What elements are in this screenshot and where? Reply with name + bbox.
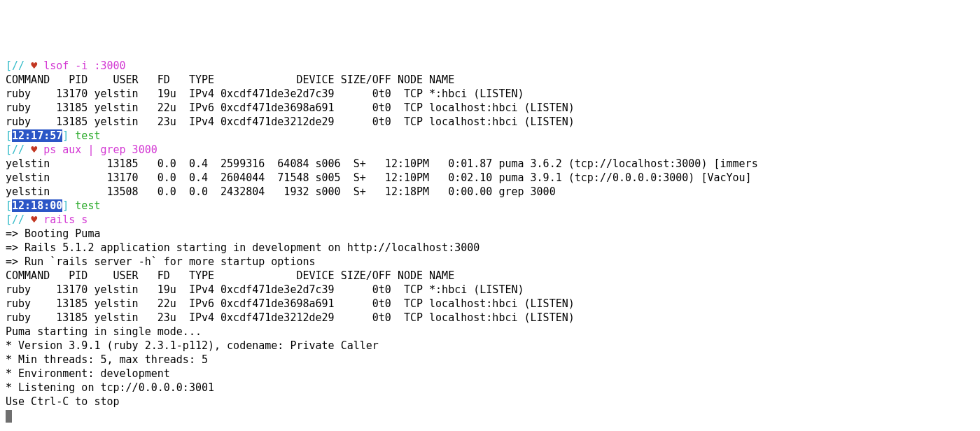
ps-row: yelstin 13508 0.0 0.0 2432804 1932 s000 …	[6, 185, 974, 199]
ps-row: yelstin 13185 0.0 0.4 2599316 64084 s006…	[6, 157, 974, 171]
puma-line: * Listening on tcp://0.0.0.0:3001	[6, 381, 974, 395]
prompt-time-2: [12:18:00] test	[6, 199, 974, 213]
cursor-line[interactable]	[6, 409, 974, 423]
terminal-output[interactable]: [// ♥ lsof -i :3000COMMAND PID USER FD T…	[6, 59, 974, 423]
prompt-cmd-rails: [// ♥ rails s	[6, 213, 974, 227]
lsof-row: ruby 13185 yelstin 23u IPv4 0xcdf471de32…	[6, 115, 974, 129]
lsof-header-2: COMMAND PID USER FD TYPE DEVICE SIZE/OFF…	[6, 269, 974, 283]
puma-line: * Version 3.9.1 (ruby 2.3.1-p112), coden…	[6, 339, 974, 353]
cursor	[6, 410, 12, 423]
puma-line: * Min threads: 5, max threads: 5	[6, 353, 974, 367]
puma-line: Use Ctrl-C to stop	[6, 395, 974, 409]
lsof-row: ruby 13170 yelstin 19u IPv4 0xcdf471de3e…	[6, 87, 974, 101]
lsof-row: ruby 13185 yelstin 22u IPv6 0xcdf471de36…	[6, 101, 974, 115]
lsof-header: COMMAND PID USER FD TYPE DEVICE SIZE/OFF…	[6, 73, 974, 87]
ps-row: yelstin 13170 0.0 0.4 2604044 71548 s005…	[6, 171, 974, 185]
boot-line: => Rails 5.1.2 application starting in d…	[6, 241, 974, 255]
boot-line: => Run `rails server -h` for more startu…	[6, 255, 974, 269]
lsof-row-2: ruby 13185 yelstin 23u IPv4 0xcdf471de32…	[6, 311, 974, 325]
lsof-row-2: ruby 13185 yelstin 22u IPv6 0xcdf471de36…	[6, 297, 974, 311]
boot-line: => Booting Puma	[6, 227, 974, 241]
prompt-cmd-ps: [// ♥ ps aux | grep 3000	[6, 143, 974, 157]
lsof-row-2: ruby 13170 yelstin 19u IPv4 0xcdf471de3e…	[6, 283, 974, 297]
prompt-time-1: [12:17:57] test	[6, 129, 974, 143]
puma-line: Puma starting in single mode...	[6, 325, 974, 339]
puma-line: * Environment: development	[6, 367, 974, 381]
prompt-cmd-lsof: [// ♥ lsof -i :3000	[6, 59, 974, 73]
